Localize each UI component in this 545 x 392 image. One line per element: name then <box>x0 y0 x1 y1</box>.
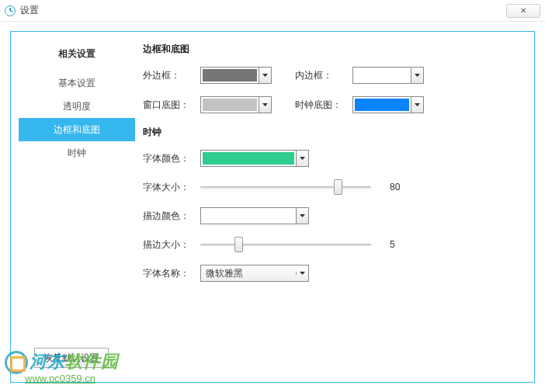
value-font-name: 微软雅黑 <box>201 267 296 280</box>
combo-window-bg[interactable] <box>200 96 272 113</box>
chevron-down-icon <box>411 97 423 113</box>
sidebar-title: 相关设置 <box>19 40 135 71</box>
combo-clock-bg[interactable] <box>352 96 424 113</box>
row-winbg-clockbg: 窗口底图： 时钟底图： <box>143 96 523 113</box>
sidebar-item-basic[interactable]: 基本设置 <box>19 71 135 95</box>
swatch-winbg <box>203 99 257 111</box>
title-bar: 设置 ✕ <box>0 0 545 22</box>
combo-font-color[interactable] <box>200 150 309 167</box>
label-font-name: 字体名称： <box>143 267 200 280</box>
row-font-size: 字体大小： 80 <box>143 179 523 195</box>
section-border-title: 边框和底图 <box>143 43 523 56</box>
window-title: 设置 <box>20 4 39 17</box>
sidebar-item-opacity[interactable]: 透明度 <box>19 95 135 118</box>
swatch-clockbg <box>355 99 409 111</box>
label-clock-bg: 时钟底图： <box>295 99 352 112</box>
chevron-down-icon <box>259 68 271 83</box>
sidebar-item-border[interactable]: 边框和底图 <box>19 118 135 141</box>
slider-thumb[interactable] <box>334 179 342 195</box>
label-inner-border: 内边框： <box>295 69 352 82</box>
value-stroke-size: 5 <box>390 239 395 250</box>
label-stroke-color: 描边颜色： <box>143 210 200 223</box>
slider-track <box>200 244 371 246</box>
label-font-color: 字体颜色： <box>143 152 200 165</box>
app-icon <box>5 5 16 16</box>
combo-stroke-color[interactable] <box>200 207 309 224</box>
content-frame: 相关设置 基本设置 透明度 边框和底图 时钟 边框和底图 外边框： 内边框： 窗… <box>10 31 535 383</box>
label-outer-border: 外边框： <box>143 69 200 82</box>
settings-panel: 边框和底图 外边框： 内边框： 窗口底图： 时钟底图： <box>143 43 523 371</box>
chevron-down-icon <box>411 68 423 83</box>
reset-defaults-button[interactable]: 恢复默认设置 <box>34 348 109 368</box>
slider-thumb[interactable] <box>234 237 243 252</box>
row-stroke-color: 描边颜色： <box>143 207 523 224</box>
row-outer-inner: 外边框： 内边框： <box>143 67 523 84</box>
label-stroke-size: 描边大小： <box>143 238 200 252</box>
combo-outer-border[interactable] <box>200 67 272 84</box>
chevron-down-icon <box>296 151 308 166</box>
slider-stroke-size[interactable] <box>200 237 371 252</box>
section-clock-title: 时钟 <box>143 126 523 139</box>
swatch-outer <box>203 69 257 82</box>
slider-track <box>200 186 371 189</box>
combo-inner-border[interactable] <box>352 67 424 84</box>
swatch-stroke-color <box>203 210 294 222</box>
close-button[interactable]: ✕ <box>506 4 540 18</box>
combo-font-name[interactable]: 微软雅黑 <box>200 265 309 282</box>
sidebar-item-clock[interactable]: 时钟 <box>19 141 135 165</box>
row-font-color: 字体颜色： <box>143 150 523 167</box>
swatch-font-color <box>203 152 294 165</box>
sidebar: 相关设置 基本设置 透明度 边框和底图 时钟 <box>19 40 135 165</box>
label-font-size: 字体大小： <box>143 181 200 194</box>
chevron-down-icon <box>259 97 271 113</box>
row-stroke-size: 描边大小： 5 <box>143 237 523 252</box>
row-font-name: 字体名称： 微软雅黑 <box>143 265 523 282</box>
chevron-down-icon <box>296 272 308 275</box>
label-window-bg: 窗口底图： <box>143 99 200 112</box>
chevron-down-icon <box>296 208 308 224</box>
slider-font-size[interactable] <box>200 179 371 195</box>
swatch-inner <box>355 69 409 82</box>
value-font-size: 80 <box>390 182 400 193</box>
